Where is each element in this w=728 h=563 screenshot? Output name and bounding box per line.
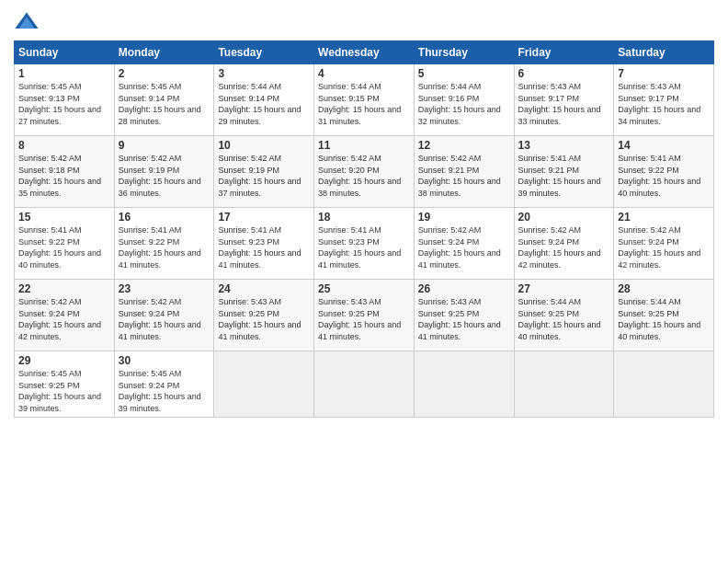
day-info: Sunrise: 5:45 AMSunset: 9:24 PMDaylight:… [119, 368, 210, 414]
calendar-cell: 4Sunrise: 5:44 AMSunset: 9:15 PMDaylight… [314, 64, 415, 136]
day-number: 7 [618, 67, 710, 80]
day-number: 22 [18, 282, 110, 295]
col-header-monday: Monday [114, 41, 214, 64]
calendar-cell [514, 351, 614, 418]
day-info: Sunrise: 5:42 AMSunset: 9:21 PMDaylight:… [418, 153, 510, 199]
header [14, 9, 714, 35]
calendar-cell: 12Sunrise: 5:42 AMSunset: 9:21 PMDayligh… [414, 136, 514, 208]
day-info: Sunrise: 5:42 AMSunset: 9:24 PMDaylight:… [18, 296, 110, 342]
day-info: Sunrise: 5:43 AMSunset: 9:25 PMDaylight:… [218, 296, 310, 342]
day-number: 30 [119, 354, 210, 367]
day-info: Sunrise: 5:41 AMSunset: 9:23 PMDaylight:… [218, 224, 310, 270]
calendar-cell: 27Sunrise: 5:44 AMSunset: 9:25 PMDayligh… [514, 280, 614, 351]
header-row: SundayMondayTuesdayWednesdayThursdayFrid… [15, 41, 714, 64]
day-info: Sunrise: 5:45 AMSunset: 9:13 PMDaylight:… [18, 81, 110, 127]
calendar-cell: 17Sunrise: 5:41 AMSunset: 9:23 PMDayligh… [214, 208, 314, 280]
day-number: 24 [218, 282, 310, 295]
week-row-2: 8Sunrise: 5:42 AMSunset: 9:18 PMDaylight… [15, 136, 714, 208]
day-number: 2 [119, 67, 210, 80]
col-header-wednesday: Wednesday [314, 41, 415, 64]
day-number: 15 [18, 211, 110, 224]
day-number: 13 [518, 139, 610, 152]
day-number: 27 [518, 282, 610, 295]
calendar-cell: 5Sunrise: 5:44 AMSunset: 9:16 PMDaylight… [414, 64, 514, 136]
calendar-cell [314, 351, 415, 418]
calendar-cell: 16Sunrise: 5:41 AMSunset: 9:22 PMDayligh… [114, 208, 214, 280]
calendar-cell [614, 351, 714, 418]
calendar-cell: 26Sunrise: 5:43 AMSunset: 9:25 PMDayligh… [414, 280, 514, 351]
calendar-cell: 11Sunrise: 5:42 AMSunset: 9:20 PMDayligh… [314, 136, 415, 208]
week-row-3: 15Sunrise: 5:41 AMSunset: 9:22 PMDayligh… [15, 208, 714, 280]
day-number: 5 [418, 67, 510, 80]
calendar-cell [414, 351, 514, 418]
day-info: Sunrise: 5:42 AMSunset: 9:18 PMDaylight:… [18, 153, 110, 199]
day-info: Sunrise: 5:43 AMSunset: 9:17 PMDaylight:… [618, 81, 710, 127]
logo-icon [14, 9, 40, 35]
day-number: 21 [618, 211, 710, 224]
calendar-cell: 3Sunrise: 5:44 AMSunset: 9:14 PMDaylight… [214, 64, 314, 136]
day-info: Sunrise: 5:42 AMSunset: 9:24 PMDaylight:… [618, 224, 710, 270]
calendar-cell: 10Sunrise: 5:42 AMSunset: 9:19 PMDayligh… [214, 136, 314, 208]
day-info: Sunrise: 5:44 AMSunset: 9:16 PMDaylight:… [418, 81, 510, 127]
day-number: 8 [18, 139, 110, 152]
calendar-cell: 28Sunrise: 5:44 AMSunset: 9:25 PMDayligh… [614, 280, 714, 351]
calendar-cell: 9Sunrise: 5:42 AMSunset: 9:19 PMDaylight… [114, 136, 214, 208]
col-header-saturday: Saturday [614, 41, 714, 64]
calendar-cell: 30Sunrise: 5:45 AMSunset: 9:24 PMDayligh… [114, 351, 214, 418]
page: SundayMondayTuesdayWednesdayThursdayFrid… [0, 0, 728, 563]
day-number: 29 [18, 354, 110, 367]
day-number: 26 [418, 282, 510, 295]
day-number: 25 [318, 282, 410, 295]
day-info: Sunrise: 5:45 AMSunset: 9:25 PMDaylight:… [18, 368, 110, 414]
calendar-cell: 22Sunrise: 5:42 AMSunset: 9:24 PMDayligh… [15, 280, 115, 351]
day-info: Sunrise: 5:41 AMSunset: 9:22 PMDaylight:… [18, 224, 110, 270]
day-info: Sunrise: 5:44 AMSunset: 9:25 PMDaylight:… [618, 296, 710, 342]
day-number: 9 [119, 139, 210, 152]
day-info: Sunrise: 5:41 AMSunset: 9:23 PMDaylight:… [318, 224, 410, 270]
calendar-cell [214, 351, 314, 418]
week-row-4: 22Sunrise: 5:42 AMSunset: 9:24 PMDayligh… [15, 280, 714, 351]
day-number: 12 [418, 139, 510, 152]
day-info: Sunrise: 5:43 AMSunset: 9:17 PMDaylight:… [518, 81, 610, 127]
day-info: Sunrise: 5:41 AMSunset: 9:22 PMDaylight:… [618, 153, 710, 199]
day-info: Sunrise: 5:42 AMSunset: 9:19 PMDaylight:… [218, 153, 310, 199]
calendar-cell: 20Sunrise: 5:42 AMSunset: 9:24 PMDayligh… [514, 208, 614, 280]
day-info: Sunrise: 5:44 AMSunset: 9:14 PMDaylight:… [218, 81, 310, 127]
calendar-cell: 24Sunrise: 5:43 AMSunset: 9:25 PMDayligh… [214, 280, 314, 351]
col-header-tuesday: Tuesday [214, 41, 314, 64]
day-info: Sunrise: 5:41 AMSunset: 9:21 PMDaylight:… [518, 153, 610, 199]
col-header-sunday: Sunday [15, 41, 115, 64]
calendar-cell: 2Sunrise: 5:45 AMSunset: 9:14 PMDaylight… [114, 64, 214, 136]
day-number: 28 [618, 282, 710, 295]
calendar-cell: 23Sunrise: 5:42 AMSunset: 9:24 PMDayligh… [114, 280, 214, 351]
day-number: 14 [618, 139, 710, 152]
day-info: Sunrise: 5:42 AMSunset: 9:24 PMDaylight:… [418, 224, 510, 270]
day-info: Sunrise: 5:42 AMSunset: 9:19 PMDaylight:… [119, 153, 210, 199]
day-info: Sunrise: 5:44 AMSunset: 9:15 PMDaylight:… [318, 81, 410, 127]
calendar-cell: 15Sunrise: 5:41 AMSunset: 9:22 PMDayligh… [15, 208, 115, 280]
col-header-friday: Friday [514, 41, 614, 64]
day-number: 18 [318, 211, 410, 224]
day-info: Sunrise: 5:43 AMSunset: 9:25 PMDaylight:… [418, 296, 510, 342]
day-number: 16 [119, 211, 210, 224]
week-row-1: 1Sunrise: 5:45 AMSunset: 9:13 PMDaylight… [15, 64, 714, 136]
day-number: 23 [119, 282, 210, 295]
week-row-5: 29Sunrise: 5:45 AMSunset: 9:25 PMDayligh… [15, 351, 714, 418]
day-info: Sunrise: 5:41 AMSunset: 9:22 PMDaylight:… [119, 224, 210, 270]
day-info: Sunrise: 5:42 AMSunset: 9:24 PMDaylight:… [119, 296, 210, 342]
calendar-cell: 1Sunrise: 5:45 AMSunset: 9:13 PMDaylight… [15, 64, 115, 136]
calendar-cell: 19Sunrise: 5:42 AMSunset: 9:24 PMDayligh… [414, 208, 514, 280]
day-info: Sunrise: 5:42 AMSunset: 9:20 PMDaylight:… [318, 153, 410, 199]
calendar: SundayMondayTuesdayWednesdayThursdayFrid… [14, 40, 714, 418]
day-number: 11 [318, 139, 410, 152]
day-number: 10 [218, 139, 310, 152]
day-info: Sunrise: 5:44 AMSunset: 9:25 PMDaylight:… [518, 296, 610, 342]
calendar-cell: 6Sunrise: 5:43 AMSunset: 9:17 PMDaylight… [514, 64, 614, 136]
day-number: 4 [318, 67, 410, 80]
day-number: 19 [418, 211, 510, 224]
day-number: 20 [518, 211, 610, 224]
calendar-cell: 7Sunrise: 5:43 AMSunset: 9:17 PMDaylight… [614, 64, 714, 136]
calendar-cell: 29Sunrise: 5:45 AMSunset: 9:25 PMDayligh… [15, 351, 115, 418]
calendar-cell: 8Sunrise: 5:42 AMSunset: 9:18 PMDaylight… [15, 136, 115, 208]
day-number: 1 [18, 67, 110, 80]
